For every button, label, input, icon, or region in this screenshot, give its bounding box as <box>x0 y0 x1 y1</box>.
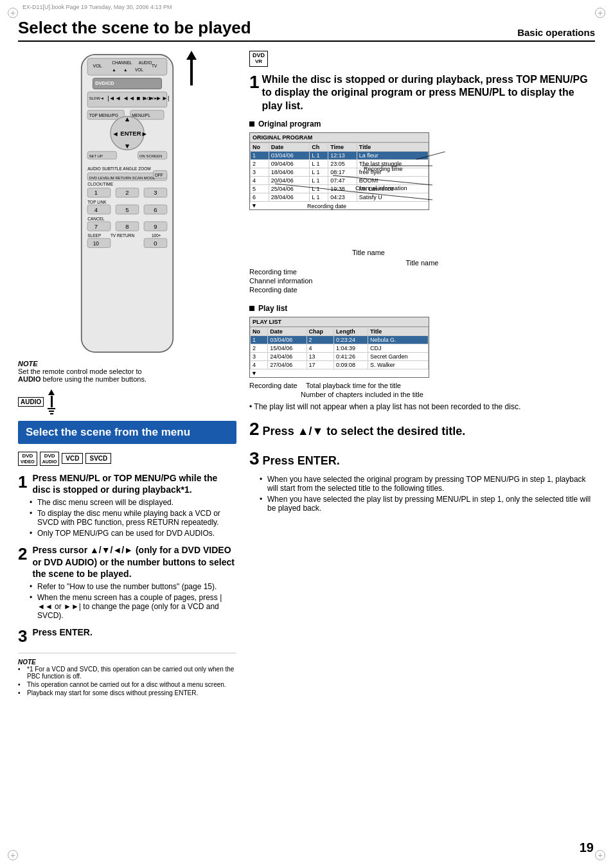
format-badges-left: DVD VIDEO DVD AUDIO VCD SVCD <box>18 452 236 466</box>
step1-right-number: 1 <box>249 73 260 91</box>
corner-mark-tl <box>8 8 18 18</box>
orig-row-1: 1 03/04/06 L 1 12:13 La fleur <box>251 152 429 160</box>
step3-right-bullets: When you have selected the original prog… <box>260 475 595 513</box>
orig-annot-date: Recording date <box>249 286 595 294</box>
bottom-note-bullets: • *1 For a VCD and SVCD, this operation … <box>18 666 236 696</box>
svg-text:10: 10 <box>93 240 100 247</box>
svg-text:0: 0 <box>154 240 157 247</box>
playlist-table-wrap: PLAY LIST No Date Chap Length Title <box>249 317 429 378</box>
step2-left: 2 Press cursor ▲/▼/◄/► (only for a DVD V… <box>18 544 236 620</box>
svg-text:TV: TV <box>152 64 157 68</box>
title-name-label: Title name <box>352 249 455 256</box>
svg-rect-49 <box>87 222 111 231</box>
section-label: Basic operations <box>517 27 595 38</box>
orig-scroll-indicator: ▼ <box>250 202 429 209</box>
orig-annotation-labels: Title name <box>249 249 455 256</box>
orig-row-4: 4 20/04/06 L 1 07:47 BOOM! <box>251 177 429 185</box>
step1-left-bullets: The disc menu screen will be displayed. … <box>30 498 236 538</box>
svg-text:VOL: VOL <box>93 64 102 69</box>
svg-text:|◄◄ ◄◄ ■ ►► ►►|: |◄◄ ◄◄ ■ ►► ►►| <box>107 94 169 102</box>
step1-right-title: While the disc is stopped or during play… <box>262 73 595 113</box>
svg-text:▲: ▲ <box>123 67 127 72</box>
orig-col-ch: Ch <box>310 143 328 152</box>
step2-right-title: 2 Press ▲/▼ to select the desired title. <box>249 418 595 441</box>
svg-text:SET UP: SET UP <box>89 154 103 158</box>
playlist-note: • The play list will not appear when a p… <box>249 402 595 411</box>
playlist-annotation-labels: Recording date Total playback time for t… <box>249 382 595 389</box>
bottom-note-item-2: • This operation cannot be carried out f… <box>18 681 236 688</box>
playlist-annot-date: Recording date <box>249 382 301 389</box>
svg-text:5: 5 <box>125 206 129 213</box>
svg-text:DVD/CD: DVD/CD <box>95 80 114 86</box>
orig-program-table: No Date Ch Time Title 1 03/04/06 L 1 <box>250 143 429 202</box>
svg-text:6: 6 <box>154 206 157 213</box>
square-marker-orig <box>249 121 254 127</box>
orig-col-title: Title <box>357 143 428 152</box>
badge-vcd: VCD <box>62 453 83 464</box>
remote-control-image: VOL CHANNEL AUDIO ▲ ▲ VOL TV DVD/CD SLOW… <box>65 51 190 356</box>
left-column: VOL CHANNEL AUDIO ▲ ▲ VOL TV DVD/CD SLOW… <box>18 51 236 698</box>
step1-right: 1 While the disc is stopped or during pl… <box>249 73 595 113</box>
orig-row-3: 3 18/04/06 L 1 08:17 free flyer <box>251 168 429 177</box>
svg-text:9: 9 <box>154 223 157 230</box>
badge-dvd-vr: DVD VR <box>249 51 268 67</box>
orig-annot-channel: Channel information <box>249 277 595 285</box>
step3-right-bullet-2: When you have selected the play list by … <box>260 495 595 513</box>
bottom-note-item-1: • *1 For a VCD and SVCD, this operation … <box>18 666 236 680</box>
orig-col-date: Date <box>269 143 310 152</box>
bottom-note-item-3: • Playback may start for some discs with… <box>18 689 236 696</box>
corner-mark-br <box>595 850 605 860</box>
orig-program-table-wrap: ORIGINAL PROGRAM No Date Ch Time Title <box>249 132 429 210</box>
playlist-row-4: 4 27/04/06 17 0:09:08 S. Walker <box>251 361 429 369</box>
page-container: EX-D11[U].book Page 19 Tuesday, May 30, … <box>0 0 613 868</box>
svg-text:SLOW◄: SLOW◄ <box>89 96 104 100</box>
step1-left-title: Press MENU/PL or TOP MENU/PG while the d… <box>32 472 236 495</box>
page-header: Select the scene to be played Basic oper… <box>18 18 595 42</box>
svg-text:SLEEP: SLEEP <box>87 233 101 238</box>
step2-bullet-2: When the menu screen has a couple of pag… <box>30 593 236 620</box>
step2-left-number: 2 <box>18 544 27 564</box>
original-program-section: Original program ORIGINAL PROGRAM No Dat… <box>249 120 595 294</box>
note1-text: Set the remote control mode selector to … <box>18 368 236 383</box>
svg-text:▼: ▼ <box>124 142 131 150</box>
bottom-note-title: NOTE <box>18 659 236 666</box>
remote-svg: VOL CHANNEL AUDIO ▲ ▲ VOL TV DVD/CD SLOW… <box>66 51 188 356</box>
bottom-note: NOTE • *1 For a VCD and SVCD, this opera… <box>18 659 236 696</box>
step1-bullet-2: To display the disc menu while playing b… <box>30 509 236 527</box>
playlist-annot-chapters: Number of chapters included in the title <box>301 391 595 398</box>
note-1: NOTE Set the remote control mode selecto… <box>18 360 236 383</box>
svg-text:AUDIO: AUDIO <box>139 60 152 65</box>
svg-text:▲: ▲ <box>124 115 131 123</box>
svg-text:CHANNEL: CHANNEL <box>112 60 132 65</box>
playlist-table-title: PLAY LIST <box>250 317 429 327</box>
svg-text:CANCEL: CANCEL <box>87 217 105 221</box>
svg-rect-42 <box>87 205 111 214</box>
orig-table-area: ORIGINAL PROGRAM No Date Ch Time Title <box>249 132 455 256</box>
svg-rect-58 <box>87 238 111 247</box>
svg-text:8: 8 <box>125 223 129 230</box>
step1-bullet-1: The disc menu screen will be displayed. <box>30 498 236 507</box>
svg-rect-35 <box>87 188 111 197</box>
orig-annotation-labels-below: Title name Recording time Channel inform… <box>249 259 595 294</box>
step3-left-number: 3 <box>18 626 27 646</box>
playlist-annot-total: Total playback time for the title <box>306 382 401 389</box>
playlist-header: Play list <box>249 304 595 313</box>
right-column: DVD VR 1 While the disc is stopped or du… <box>249 51 595 698</box>
orig-row-2: 2 09/04/06 L 1 23:05 The last struggle <box>251 160 429 168</box>
playlist-row-2: 2 15/04/06 4 1:04:39 CDJ <box>251 344 429 353</box>
badge-svcd: SVCD <box>85 453 111 464</box>
step3-left-title: Press ENTER. <box>32 626 92 638</box>
note1-title: NOTE <box>18 360 236 368</box>
badge-dvd-video: DVD VIDEO <box>18 452 37 466</box>
orig-col-no: No <box>251 143 269 152</box>
svg-text:100+: 100+ <box>152 233 161 238</box>
playlist-row-1: 1 03/04/06 2 0:23:24 Nebula G. <box>251 336 429 344</box>
svg-text:MENU/PL: MENU/PL <box>132 113 150 118</box>
svg-text:ENTER: ENTER <box>120 130 141 137</box>
step3-right: 3 Press ENTER. When you have selected th… <box>249 447 595 512</box>
step3-right-title: 3 Press ENTER. <box>249 447 595 470</box>
svg-text:2: 2 <box>125 189 129 196</box>
playlist-label: Play list <box>258 304 287 313</box>
orig-program-table-title: ORIGINAL PROGRAM <box>250 133 429 143</box>
audio-indicator: AUDIO <box>18 389 236 414</box>
